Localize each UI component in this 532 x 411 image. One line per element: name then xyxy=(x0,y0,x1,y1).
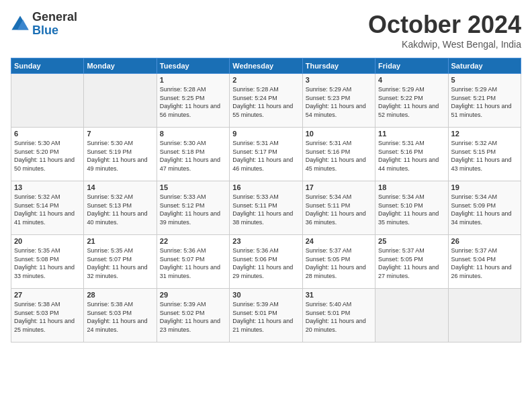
day-number: 5 xyxy=(451,76,518,84)
calendar-cell: 22Sunrise: 5:36 AMSunset: 5:07 PMDayligh… xyxy=(157,235,229,289)
weekday-header-saturday: Saturday xyxy=(448,58,521,74)
day-info: Sunrise: 5:32 AMSunset: 5:14 PMDaylight:… xyxy=(14,193,81,226)
calendar-cell: 7Sunrise: 5:30 AMSunset: 5:19 PMDaylight… xyxy=(84,128,157,181)
day-number: 12 xyxy=(451,130,518,138)
day-info: Sunrise: 5:38 AMSunset: 5:03 PMDaylight:… xyxy=(87,300,153,334)
day-number: 11 xyxy=(378,130,445,138)
calendar-cell xyxy=(375,289,448,342)
day-info: Sunrise: 5:40 AMSunset: 5:01 PMDaylight:… xyxy=(306,300,372,334)
calendar-cell: 23Sunrise: 5:36 AMSunset: 5:06 PMDayligh… xyxy=(230,235,302,289)
calendar-cell xyxy=(84,74,157,128)
weekday-header-wednesday: Wednesday xyxy=(230,58,302,74)
calendar-cell: 20Sunrise: 5:35 AMSunset: 5:08 PMDayligh… xyxy=(11,235,84,289)
day-info: Sunrise: 5:31 AMSunset: 5:16 PMDaylight:… xyxy=(306,139,372,173)
day-info: Sunrise: 5:38 AMSunset: 5:03 PMDaylight:… xyxy=(14,300,81,334)
day-number: 13 xyxy=(14,183,81,191)
calendar-cell: 15Sunrise: 5:33 AMSunset: 5:12 PMDayligh… xyxy=(157,181,229,235)
weekday-header-thursday: Thursday xyxy=(302,58,375,74)
calendar-cell: 17Sunrise: 5:34 AMSunset: 5:11 PMDayligh… xyxy=(302,181,375,235)
day-number: 24 xyxy=(306,237,372,245)
day-number: 10 xyxy=(306,130,372,138)
calendar-cell: 30Sunrise: 5:39 AMSunset: 5:01 PMDayligh… xyxy=(230,289,302,342)
weekday-header-friday: Friday xyxy=(375,58,448,74)
day-number: 29 xyxy=(160,291,226,299)
day-number: 15 xyxy=(160,183,226,191)
day-info: Sunrise: 5:34 AMSunset: 5:11 PMDaylight:… xyxy=(306,193,372,226)
day-info: Sunrise: 5:29 AMSunset: 5:23 PMDaylight:… xyxy=(306,85,372,119)
calendar-cell: 12Sunrise: 5:32 AMSunset: 5:15 PMDayligh… xyxy=(448,128,521,181)
day-info: Sunrise: 5:34 AMSunset: 5:09 PMDaylight:… xyxy=(451,193,518,226)
day-info: Sunrise: 5:37 AMSunset: 5:04 PMDaylight:… xyxy=(451,246,518,280)
calendar-cell: 27Sunrise: 5:38 AMSunset: 5:03 PMDayligh… xyxy=(11,289,84,342)
calendar-cell: 28Sunrise: 5:38 AMSunset: 5:03 PMDayligh… xyxy=(84,289,157,342)
day-info: Sunrise: 5:30 AMSunset: 5:19 PMDaylight:… xyxy=(87,139,153,173)
calendar-cell: 14Sunrise: 5:32 AMSunset: 5:13 PMDayligh… xyxy=(84,181,157,235)
logo-text: General Blue xyxy=(32,11,77,38)
day-number: 8 xyxy=(160,130,226,138)
calendar-cell: 11Sunrise: 5:31 AMSunset: 5:16 PMDayligh… xyxy=(375,128,448,181)
day-info: Sunrise: 5:33 AMSunset: 5:12 PMDaylight:… xyxy=(160,193,226,226)
day-info: Sunrise: 5:34 AMSunset: 5:10 PMDaylight:… xyxy=(378,193,445,226)
calendar-cell: 13Sunrise: 5:32 AMSunset: 5:14 PMDayligh… xyxy=(11,181,84,235)
calendar-cell: 5Sunrise: 5:29 AMSunset: 5:21 PMDaylight… xyxy=(448,74,521,128)
calendar-cell: 3Sunrise: 5:29 AMSunset: 5:23 PMDaylight… xyxy=(302,74,375,128)
day-info: Sunrise: 5:37 AMSunset: 5:05 PMDaylight:… xyxy=(378,246,445,280)
day-info: Sunrise: 5:31 AMSunset: 5:16 PMDaylight:… xyxy=(378,139,445,173)
day-number: 1 xyxy=(160,76,226,84)
day-number: 20 xyxy=(14,237,81,245)
day-number: 17 xyxy=(306,183,372,191)
day-info: Sunrise: 5:30 AMSunset: 5:20 PMDaylight:… xyxy=(14,139,81,173)
day-number: 6 xyxy=(14,130,81,138)
day-number: 27 xyxy=(14,291,81,299)
day-number: 9 xyxy=(232,130,299,138)
day-number: 18 xyxy=(378,183,445,191)
day-info: Sunrise: 5:39 AMSunset: 5:02 PMDaylight:… xyxy=(160,300,226,334)
day-number: 16 xyxy=(232,183,299,191)
day-number: 26 xyxy=(451,237,518,245)
calendar-cell: 6Sunrise: 5:30 AMSunset: 5:20 PMDaylight… xyxy=(11,128,84,181)
calendar-cell: 8Sunrise: 5:30 AMSunset: 5:18 PMDaylight… xyxy=(157,128,229,181)
day-info: Sunrise: 5:29 AMSunset: 5:21 PMDaylight:… xyxy=(451,85,518,119)
calendar-cell: 21Sunrise: 5:35 AMSunset: 5:07 PMDayligh… xyxy=(84,235,157,289)
calendar-cell: 4Sunrise: 5:29 AMSunset: 5:22 PMDaylight… xyxy=(375,74,448,128)
page-header: General Blue October 2024 Kakdwip, West … xyxy=(11,11,521,50)
day-info: Sunrise: 5:30 AMSunset: 5:18 PMDaylight:… xyxy=(160,139,226,173)
day-info: Sunrise: 5:28 AMSunset: 5:24 PMDaylight:… xyxy=(232,85,299,119)
calendar-cell: 2Sunrise: 5:28 AMSunset: 5:24 PMDaylight… xyxy=(230,74,302,128)
location: Kakdwip, West Bengal, India xyxy=(368,39,521,50)
day-info: Sunrise: 5:29 AMSunset: 5:22 PMDaylight:… xyxy=(378,85,445,119)
calendar-cell: 29Sunrise: 5:39 AMSunset: 5:02 PMDayligh… xyxy=(157,289,229,342)
day-number: 14 xyxy=(87,183,153,191)
calendar-cell: 26Sunrise: 5:37 AMSunset: 5:04 PMDayligh… xyxy=(448,235,521,289)
day-info: Sunrise: 5:32 AMSunset: 5:15 PMDaylight:… xyxy=(451,139,518,173)
weekday-header-tuesday: Tuesday xyxy=(157,58,229,74)
day-number: 28 xyxy=(87,291,153,299)
logo: General Blue xyxy=(11,11,77,38)
day-info: Sunrise: 5:36 AMSunset: 5:06 PMDaylight:… xyxy=(232,246,299,280)
day-number: 22 xyxy=(160,237,226,245)
day-info: Sunrise: 5:32 AMSunset: 5:13 PMDaylight:… xyxy=(87,193,153,226)
calendar-cell: 16Sunrise: 5:33 AMSunset: 5:11 PMDayligh… xyxy=(230,181,302,235)
calendar-cell: 31Sunrise: 5:40 AMSunset: 5:01 PMDayligh… xyxy=(302,289,375,342)
month-title: October 2024 xyxy=(368,11,521,39)
day-info: Sunrise: 5:33 AMSunset: 5:11 PMDaylight:… xyxy=(232,193,299,226)
calendar-cell: 19Sunrise: 5:34 AMSunset: 5:09 PMDayligh… xyxy=(448,181,521,235)
day-number: 31 xyxy=(306,291,372,299)
day-number: 19 xyxy=(451,183,518,191)
day-info: Sunrise: 5:35 AMSunset: 5:08 PMDaylight:… xyxy=(14,246,81,280)
calendar-cell: 18Sunrise: 5:34 AMSunset: 5:10 PMDayligh… xyxy=(375,181,448,235)
logo-icon xyxy=(11,15,30,34)
day-info: Sunrise: 5:39 AMSunset: 5:01 PMDaylight:… xyxy=(232,300,299,334)
calendar-cell: 10Sunrise: 5:31 AMSunset: 5:16 PMDayligh… xyxy=(302,128,375,181)
calendar-cell: 24Sunrise: 5:37 AMSunset: 5:05 PMDayligh… xyxy=(302,235,375,289)
day-number: 7 xyxy=(87,130,153,138)
weekday-header-sunday: Sunday xyxy=(11,58,84,74)
weekday-header-monday: Monday xyxy=(84,58,157,74)
day-info: Sunrise: 5:35 AMSunset: 5:07 PMDaylight:… xyxy=(87,246,153,280)
day-info: Sunrise: 5:36 AMSunset: 5:07 PMDaylight:… xyxy=(160,246,226,280)
day-info: Sunrise: 5:28 AMSunset: 5:25 PMDaylight:… xyxy=(160,85,226,119)
calendar-table: SundayMondayTuesdayWednesdayThursdayFrid… xyxy=(11,58,521,342)
calendar-cell: 9Sunrise: 5:31 AMSunset: 5:17 PMDaylight… xyxy=(230,128,302,181)
day-number: 30 xyxy=(232,291,299,299)
calendar-cell: 1Sunrise: 5:28 AMSunset: 5:25 PMDaylight… xyxy=(157,74,229,128)
